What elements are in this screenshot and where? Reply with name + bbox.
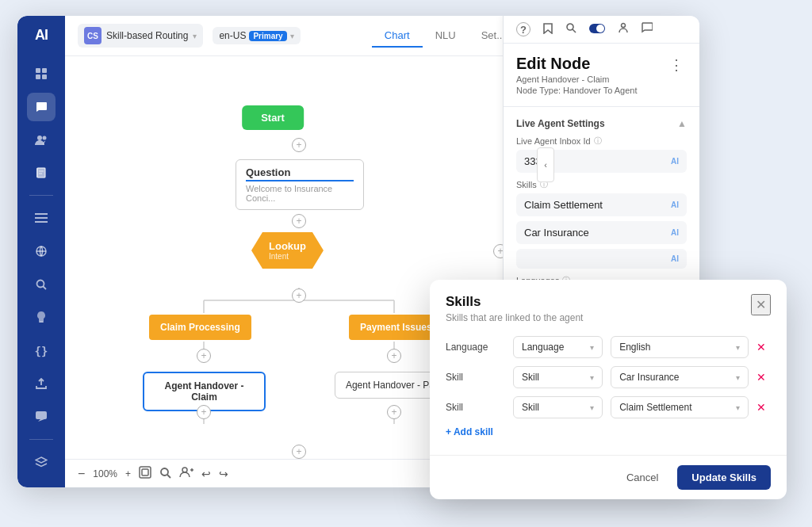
edit-node-subtitle: Agent Handover - Claim xyxy=(516,74,637,84)
row-3-value-select[interactable]: Claim Settlement ▾ xyxy=(611,396,749,418)
skill-3-ai-icon: AI xyxy=(671,254,679,263)
row-2-remove-btn[interactable]: ✕ xyxy=(756,371,771,384)
panel-bookmark-icon[interactable] xyxy=(543,23,553,36)
zoom-in-btn[interactable]: + xyxy=(125,468,131,479)
collapse-section-icon[interactable]: ▲ xyxy=(677,118,687,129)
claim-processing-node[interactable]: Claim Processing xyxy=(149,315,251,340)
svg-rect-1 xyxy=(42,68,47,73)
sidebar-divider xyxy=(29,195,53,196)
row-1-type-label: Language xyxy=(446,342,505,353)
row-1-value-chevron: ▾ xyxy=(736,343,740,352)
row-3-value-chevron: ▾ xyxy=(736,403,740,412)
row-3-type-select[interactable]: Skill ▾ xyxy=(513,396,603,418)
plus-bottom[interactable]: + xyxy=(292,445,306,459)
skill-1-name: Claim Settlement xyxy=(524,199,603,211)
plus-lookup-down[interactable]: + xyxy=(292,288,306,303)
sidebar-icon-list[interactable] xyxy=(27,204,56,232)
inbox-field-label: Live Agent Inbox Id ⓘ xyxy=(516,136,687,147)
plus-agent-claim[interactable]: + xyxy=(197,405,211,419)
sidebar-icon-message[interactable] xyxy=(27,403,56,431)
plus-agent-pay[interactable]: + xyxy=(387,405,401,419)
live-agent-title: Live Agent Settings xyxy=(516,118,605,129)
row-2-type-value: Skill xyxy=(522,372,539,383)
primary-tag: Primary xyxy=(249,31,286,41)
zoom-search-icon[interactable] xyxy=(159,467,171,481)
svg-rect-16 xyxy=(39,321,44,323)
collapse-button[interactable]: ‹ xyxy=(537,147,554,182)
lookup-node[interactable]: Lookup Intent xyxy=(251,232,324,269)
lang-code-label: en-US xyxy=(219,30,246,41)
row-3-type-value: Skill xyxy=(522,402,539,413)
svg-point-4 xyxy=(37,136,42,140)
add-skill-button[interactable]: + Add skill xyxy=(446,426,771,437)
skill-row-2[interactable]: Car Insurance AI xyxy=(516,221,687,244)
svg-line-45 xyxy=(573,29,576,32)
payment-issues-node[interactable]: Payment Issues xyxy=(349,315,443,340)
panel-top-icons: ? xyxy=(504,16,699,44)
fit-icon[interactable] xyxy=(139,466,151,481)
sidebar-icon-export[interactable] xyxy=(27,369,56,398)
sidebar-divider-2 xyxy=(29,439,53,440)
sidebar-icon-bulb[interactable] xyxy=(27,304,56,332)
panel-help-icon[interactable]: ? xyxy=(516,22,530,36)
row-2-value: Car Insurance xyxy=(619,372,679,383)
row-1-value: English xyxy=(619,342,650,353)
sidebar-icon-layers[interactable] xyxy=(27,448,56,476)
language-badge[interactable]: en-US Primary ▾ xyxy=(213,27,300,44)
panel-divider-1 xyxy=(504,106,699,107)
panel-chat-icon[interactable] xyxy=(642,22,653,36)
row-3-chevron: ▾ xyxy=(590,403,594,412)
plus-question[interactable]: + xyxy=(292,214,306,228)
more-options-icon[interactable]: ⋮ xyxy=(666,55,687,75)
plus-start[interactable]: + xyxy=(292,138,306,152)
modal-close-button[interactable]: ✕ xyxy=(751,294,771,315)
sidebar-icon-people[interactable] xyxy=(27,126,56,155)
modal-header: Skills Skills that are linked to the age… xyxy=(430,280,787,330)
skills-modal: Skills Skills that are linked to the age… xyxy=(430,280,787,499)
sidebar-icon-search[interactable] xyxy=(27,270,56,299)
svg-rect-0 xyxy=(36,68,40,73)
plus-payment-issues[interactable]: + xyxy=(387,349,401,363)
sidebar-icon-chat[interactable] xyxy=(27,93,56,121)
row-1-chevron: ▾ xyxy=(590,343,594,352)
panel-user-icon[interactable] xyxy=(618,22,629,36)
update-skills-button[interactable]: Update Skills xyxy=(677,465,771,490)
tab-chart[interactable]: Chart xyxy=(372,25,423,48)
svg-point-47 xyxy=(596,25,604,32)
row-1-type-value: Language xyxy=(522,342,564,353)
row-2-type-select[interactable]: Skill ▾ xyxy=(513,366,603,388)
skill-row-3[interactable]: AI xyxy=(516,249,687,269)
zoom-out-btn[interactable]: − xyxy=(78,467,85,481)
svg-point-44 xyxy=(567,24,573,30)
sidebar-icon-globe[interactable] xyxy=(27,237,56,265)
redo-icon[interactable]: ↪ xyxy=(219,468,228,480)
svg-rect-2 xyxy=(36,74,40,79)
plus-claim-processing[interactable]: + xyxy=(197,349,211,363)
sidebar-icon-book[interactable] xyxy=(27,158,56,187)
skills-row-1: Language Language ▾ English ▾ ✕ xyxy=(446,336,771,358)
svg-rect-17 xyxy=(36,411,47,419)
row-3-remove-btn[interactable]: ✕ xyxy=(756,401,771,414)
panel-toggle-icon[interactable] xyxy=(589,22,605,36)
sidebar-icon-grid[interactable] xyxy=(27,59,56,88)
skill-row-1[interactable]: Claim Settlement AI xyxy=(516,193,687,216)
agent-badge[interactable]: CS Skill-based Routing ▾ xyxy=(78,24,203,48)
cancel-button[interactable]: Cancel xyxy=(615,467,669,488)
skill-2-ai-icon: AI xyxy=(671,228,679,237)
sidebar-icon-code[interactable]: {} xyxy=(27,337,56,365)
skill-1-ai-icon: AI xyxy=(671,200,679,209)
row-1-value-select[interactable]: English ▾ xyxy=(611,336,749,358)
start-node[interactable]: Start xyxy=(242,105,304,130)
tab-nlu[interactable]: NLU xyxy=(423,25,469,48)
user-add-icon[interactable] xyxy=(179,467,193,480)
svg-rect-3 xyxy=(42,74,47,79)
undo-icon[interactable]: ↩ xyxy=(201,468,211,480)
row-1-type-select[interactable]: Language ▾ xyxy=(513,336,603,358)
question-node-title: Question xyxy=(246,166,354,181)
row-2-value-select[interactable]: Car Insurance ▾ xyxy=(611,366,749,388)
row-1-remove-btn[interactable]: ✕ xyxy=(756,341,771,353)
question-node[interactable]: Question Welcome to Insurance Conci... xyxy=(236,159,364,210)
edit-node-title: Edit Node xyxy=(516,55,637,73)
modal-footer: Cancel Update Skills xyxy=(430,455,787,499)
panel-search-icon[interactable] xyxy=(565,22,576,36)
